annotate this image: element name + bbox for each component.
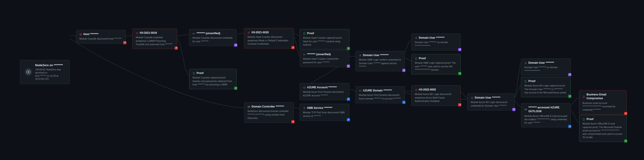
user-icon: [415, 37, 418, 39]
svg-point-14: [472, 97, 472, 98]
node-title: H3-2022-0002: [419, 88, 436, 92]
node-title: SMB Service ********: [307, 106, 332, 110]
node-host[interactable]: Host ******** Module Cyanide discovered …: [76, 30, 126, 44]
root-title: NodeZero on ********: [35, 63, 66, 68]
corner-link-icon[interactable]: [291, 120, 294, 123]
target-icon: [415, 88, 418, 91]
node-title: Domain User ********: [419, 36, 444, 40]
corner-link-icon[interactable]: [347, 118, 350, 121]
node-domain-user-top[interactable]: Domain User ******** Domain User *******…: [412, 34, 461, 50]
user-icon: [524, 62, 527, 64]
corner-link-icon[interactable]: [347, 64, 350, 68]
corner-link-icon[interactable]: [458, 72, 461, 75]
node-bec[interactable]: Business Email Compromise Business email…: [579, 90, 626, 114]
node-title: Proof: [196, 71, 204, 75]
node-body: Module TCP Port Scan discovered SMB serv…: [303, 111, 346, 118]
root-meta-2: host ******* on Jul 20 at 18:31:05 UTC: [35, 74, 66, 81]
node-azure-domain[interactable]: AZURE Domain ******** Module Azure Find …: [356, 86, 405, 103]
document-icon: [415, 57, 418, 60]
node-body: Module Azure Office365 E-mail captured p…: [582, 122, 623, 139]
svg-rect-18: [248, 107, 250, 108]
document-icon: [582, 118, 585, 121]
document-icon: [192, 72, 195, 75]
node-body: Module Hash Cracker cracked the password…: [303, 57, 346, 64]
node-body: Module SMB Login captured proof: The use…: [415, 61, 457, 72]
node-title: Domain Controller ********: [252, 105, 284, 108]
target-icon: [136, 32, 138, 34]
node-title: Proof: [419, 56, 426, 60]
node-proof-o365[interactable]: Proof Module Azure Office365 E-mail capt…: [579, 115, 626, 142]
node-domain-user-verified[interactable]: Domain User ******** Module SMB Login ve…: [356, 51, 405, 71]
node-title: Domain User ********: [363, 54, 389, 57]
node-azure-account[interactable]: AZURE Account ******** Module Azure Find…: [300, 83, 349, 100]
document-icon: [303, 32, 306, 35]
nodezero-logo: [24, 68, 32, 76]
node-body: Module Azure Find Tenants discovered AZU…: [303, 90, 346, 97]
user-icon: [359, 54, 362, 57]
root-meta-1: +00:00:00: NodeZero was launched on: [35, 68, 66, 74]
node-h3-2022-0002[interactable]: H3-2022-0002 Module Azure AD Login disco…: [412, 85, 461, 106]
key-icon: [192, 32, 195, 35]
node-title: Proof: [307, 32, 314, 35]
node-proof-smb[interactable]: Proof Module SMB Login captured proof: T…: [412, 54, 461, 74]
mail-icon: [524, 108, 527, 111]
node-domain-user-right[interactable]: Domain User ******** Domain User *******…: [521, 58, 571, 76]
node-body: Module Azure AD Login discovered weaknes…: [415, 92, 457, 103]
svg-point-1: [28, 71, 29, 73]
key-icon: [303, 53, 306, 56]
node-title: Domain User ********: [475, 96, 500, 100]
svg-point-8: [249, 32, 249, 33]
node-body: NodeZero discovered domain controller **…: [248, 110, 290, 120]
node-title: Proof: [528, 79, 535, 83]
corner-link-icon[interactable]: [568, 73, 571, 76]
node-title: ******** (unverified): [307, 52, 331, 56]
node-domain-user-azuread[interactable]: Domain User ******** Module Azure AD Log…: [467, 94, 515, 110]
cloud-icon: [359, 90, 362, 92]
corner-link-icon[interactable]: [624, 140, 627, 142]
corner-link-icon[interactable]: [568, 95, 571, 98]
node-azure-outlook[interactable]: ******** accessed AZURE OUTLOOK Module A…: [521, 103, 571, 127]
node-h3-2021-0034[interactable]: H3-2021-0034 Module Cyanide exploited we…: [132, 28, 177, 49]
corner-link-icon[interactable]: [347, 98, 350, 101]
document-icon: [524, 80, 527, 83]
node-title: AZURE Domain ********: [363, 89, 392, 92]
node-body: Domain User ******** on domain *********…: [415, 41, 457, 47]
corner-link-icon[interactable]: [402, 69, 406, 72]
node-smb-service[interactable]: SMB Service ******** Module TCP Port Sca…: [300, 104, 349, 121]
node-proof-hashcat[interactable]: Proof Module Hash Cracker captured proof…: [300, 29, 349, 50]
svg-point-10: [360, 54, 361, 56]
svg-point-5: [137, 33, 138, 33]
node-body: Module Azure AD Login captured proof: Th…: [524, 84, 567, 94]
node-credential-unverified-2[interactable]: ******** (unverified) Module Hash Cracke…: [300, 50, 349, 67]
node-body: Module Hash Cracker discovered weakness …: [248, 35, 290, 46]
node-domain-controller[interactable]: Domain Controller ******** NodeZero disc…: [244, 102, 294, 123]
svg-rect-2: [80, 34, 82, 34]
corner-link-icon[interactable]: [175, 46, 178, 50]
node-body: Business email account *****************…: [582, 102, 623, 112]
node-body: Module SMB Login verified credential for…: [359, 58, 402, 68]
node-title: AZURE Account ********: [307, 86, 337, 90]
node-proof-azure-ad[interactable]: Proof Module Azure AD Login captured pro…: [521, 77, 571, 97]
corner-link-icon[interactable]: [291, 46, 294, 49]
corner-link-icon[interactable]: [123, 41, 126, 44]
node-body: Domain User ******** on domain *********…: [524, 66, 567, 72]
svg-point-11: [416, 37, 416, 38]
corner-link-icon[interactable]: [347, 47, 350, 50]
corner-link-icon[interactable]: [234, 87, 237, 90]
node-title: Business Email Compromise: [586, 93, 623, 100]
node-credential-unverified-1[interactable]: ******** (unverified) Module Cyanide dis…: [189, 29, 236, 46]
corner-link-icon[interactable]: [458, 48, 461, 51]
node-body: Module Cyanide exploited weakness LLMNR …: [136, 36, 174, 46]
plug-icon: [303, 107, 306, 110]
corner-link-icon[interactable]: [568, 125, 571, 128]
corner-link-icon[interactable]: [512, 108, 516, 111]
node-h3-2021-0020[interactable]: H3-2021-0020 Module Hash Cracker discove…: [244, 28, 294, 48]
node-title: H3-2021-0034: [140, 31, 157, 35]
corner-link-icon[interactable]: [402, 101, 406, 104]
node-body: Module Azure Office365 E-mail accessed t…: [524, 114, 567, 125]
node-proof-llmnr[interactable]: Proof Module Cyanide captured proof: Has…: [189, 69, 236, 89]
corner-link-icon[interactable]: [458, 103, 461, 106]
corner-link-icon[interactable]: [234, 44, 237, 47]
node-title: ******** (unverified): [196, 32, 220, 35]
root-node[interactable]: NodeZero on ******** +00:00:00: NodeZero…: [20, 60, 70, 84]
